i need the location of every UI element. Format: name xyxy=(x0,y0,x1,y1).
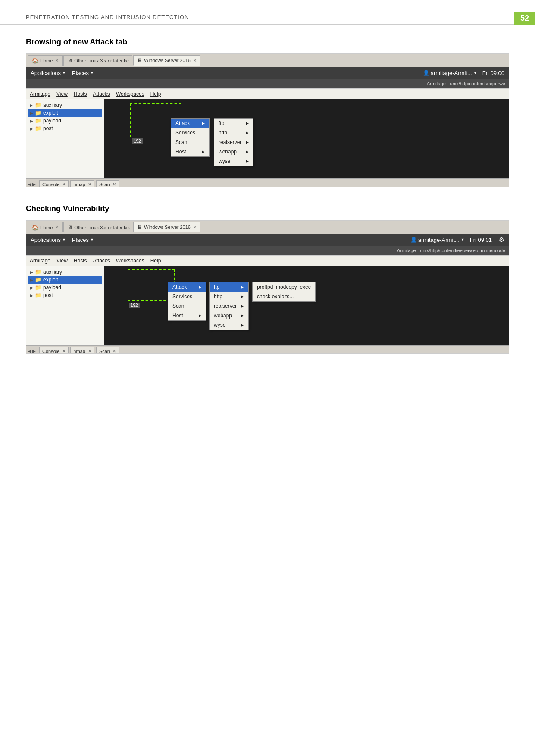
applications-menu-2[interactable]: Applications ▼ xyxy=(31,237,66,243)
user-indicator-1[interactable]: 👤 armitage-Armit... ▼ xyxy=(423,70,477,76)
context-menu-host-item-1[interactable]: Host ▶ xyxy=(171,147,209,156)
armitage-main-1: ▶ 📁 auxiliary ▶ 📁 exploit ▶ 📁 payload ▶ … xyxy=(26,99,509,178)
console-tab-close-1[interactable]: ✕ xyxy=(62,182,66,187)
tab-home-close-2[interactable]: ✕ xyxy=(55,225,59,230)
scroll-right-2[interactable]: ▶ xyxy=(32,349,36,353)
bottom-tab-console-2[interactable]: Console ✕ xyxy=(39,347,69,354)
tab-home-close-1[interactable]: ✕ xyxy=(55,58,59,63)
user-indicator-2[interactable]: 👤 armitage-Armit... ▼ xyxy=(410,237,465,243)
context-menu-services-item-1[interactable]: Services xyxy=(171,128,209,137)
menu-view-1[interactable]: View xyxy=(56,91,68,97)
context-menu-host-item-2[interactable]: Host ▶ xyxy=(168,311,206,320)
folder-icon-auxiliary-2: 📁 xyxy=(35,269,41,275)
tab-windows-close-2[interactable]: ✕ xyxy=(193,225,197,230)
tab-linux-2[interactable]: 🖥 Other Linux 3.x or later ke... ✕ xyxy=(63,222,132,232)
cm-wyse-2[interactable]: wyse ▶ xyxy=(210,320,248,330)
tree-panel-1: ▶ 📁 auxiliary ▶ 📁 exploit ▶ 📁 payload ▶ … xyxy=(26,99,104,178)
scroll-arrows-1: ◀ ▶ xyxy=(28,182,36,187)
context-menu-scan-item-2[interactable]: Scan xyxy=(168,301,206,311)
cm-ftp-2[interactable]: ftp ▶ xyxy=(210,282,248,292)
menu-help-2[interactable]: Help xyxy=(150,258,161,264)
tree-arrow-payload-1: ▶ xyxy=(30,119,33,123)
tree-item-payload-2[interactable]: ▶ 📁 payload xyxy=(28,284,102,291)
nmap-tab-close-2[interactable]: ✕ xyxy=(88,349,91,353)
menu-help-1[interactable]: Help xyxy=(150,91,161,97)
menu-view-2[interactable]: View xyxy=(56,258,68,264)
menu-hosts-2[interactable]: Hosts xyxy=(74,258,87,264)
tree-item-exploit-1[interactable]: ▶ 📁 exploit xyxy=(28,109,102,117)
bottom-tab-scan-2[interactable]: Scan ✕ xyxy=(96,347,119,354)
tree-item-post-2[interactable]: ▶ 📁 post xyxy=(28,291,102,299)
address-bar-text-2: Armitage - unix/http/contentkeeperweb_mi… xyxy=(397,248,505,253)
bottom-tab-nmap-1[interactable]: nmap ✕ xyxy=(70,180,94,187)
cm-realserver-1[interactable]: realserver ▶ xyxy=(214,137,253,147)
context-menu-attack-item-2[interactable]: Attack ▶ xyxy=(168,282,206,292)
gnome-topbar-1: Applications ▼ Places ▼ 👤 armitage-Armit… xyxy=(26,67,509,79)
scroll-right-1[interactable]: ▶ xyxy=(32,182,36,187)
menu-workspaces-1[interactable]: Workspaces xyxy=(116,91,144,97)
tree-item-auxiliary-1[interactable]: ▶ 📁 auxiliary xyxy=(28,101,102,109)
folder-icon-payload-2: 📁 xyxy=(35,284,41,291)
wyse-submenu-arrow-1: ▶ xyxy=(246,159,249,163)
menu-armitage-2[interactable]: Armitage xyxy=(30,258,50,264)
tab-home-1[interactable]: 🏠 Home ✕ xyxy=(28,55,63,66)
os-desktop-1: Applications ▼ Places ▼ 👤 armitage-Armit… xyxy=(26,67,509,187)
cm-wyse-1[interactable]: wyse ▶ xyxy=(214,156,253,166)
gnome-topbar-2: Applications ▼ Places ▼ 👤 armitage-Armit… xyxy=(26,234,509,246)
tree-item-auxiliary-2[interactable]: ▶ 📁 auxiliary xyxy=(28,268,102,276)
tree-item-payload-1[interactable]: ▶ 📁 payload xyxy=(28,117,102,125)
tree-label-auxiliary-2: auxiliary xyxy=(43,269,62,275)
cm-proftpd-2[interactable]: proftpd_modcopy_exec xyxy=(253,282,315,292)
tab-linux-label-2: Other Linux 3.x or later ke... xyxy=(74,225,132,230)
bottom-tab-nmap-2[interactable]: nmap ✕ xyxy=(70,347,94,354)
context-menu-attack-2: Attack ▶ Services Scan Host ▶ xyxy=(168,282,206,321)
places-menu-2[interactable]: Places ▼ xyxy=(72,237,94,243)
address-bar-text-1: Armitage - unix/http/contentkeeperwe xyxy=(427,81,505,86)
tab-linux-1[interactable]: 🖥 Other Linux 3.x or later ke... ✕ xyxy=(63,55,132,66)
browser-tabs-1: 🏠 Home ✕ 🖥 Other Linux 3.x or later ke..… xyxy=(26,54,509,67)
bottom-tab-scan-1[interactable]: Scan ✕ xyxy=(96,180,119,187)
bottom-tabbar-2: ◀ ▶ Console ✕ nmap ✕ Scan ✕ xyxy=(26,345,509,354)
tab-windows-1[interactable]: 🖥 Windows Server 2016 ✕ xyxy=(133,55,200,66)
menu-hosts-1[interactable]: Hosts xyxy=(74,91,87,97)
cm-webapp-2[interactable]: webapp ▶ xyxy=(210,311,248,320)
context-menu-attack-item-1[interactable]: Attack ▶ xyxy=(171,119,209,128)
cm-realserver-2[interactable]: realserver ▶ xyxy=(210,301,248,311)
settings-icon-2[interactable]: ⚙ xyxy=(497,236,504,243)
cm-webapp-1[interactable]: webapp ▶ xyxy=(214,147,253,156)
bottom-tab-console-1[interactable]: Console ✕ xyxy=(39,180,69,187)
nmap-tab-close-1[interactable]: ✕ xyxy=(88,182,91,187)
ip-label-2: 192 xyxy=(129,303,140,308)
tree-label-payload-2: payload xyxy=(43,284,61,291)
folder-icon-post-2: 📁 xyxy=(35,292,41,298)
tree-label-payload-1: payload xyxy=(43,118,61,124)
cm-http-2[interactable]: http ▶ xyxy=(210,292,248,301)
screenshot1: 🏠 Home ✕ 🖥 Other Linux 3.x or later ke..… xyxy=(26,53,509,187)
cm-http-1[interactable]: http ▶ xyxy=(214,128,253,137)
applications-menu-1[interactable]: Applications ▼ xyxy=(31,70,66,76)
page-number: 52 xyxy=(514,12,535,25)
cm-checkexploits-2[interactable]: check exploits... xyxy=(253,292,315,301)
tab-linux-label-1: Other Linux 3.x or later ke... xyxy=(74,58,132,63)
armitage-menubar-2: Armitage View Hosts Attacks Workspaces H… xyxy=(26,255,509,266)
console-tab-close-2[interactable]: ✕ xyxy=(62,349,66,353)
context-menu-services-item-2[interactable]: Services xyxy=(168,292,206,301)
tab-windows-2[interactable]: 🖥 Windows Server 2016 ✕ xyxy=(133,222,200,232)
tab-home-label-2: Home xyxy=(40,225,53,230)
cm-ftp-1[interactable]: ftp ▶ xyxy=(214,119,253,128)
tree-item-post-1[interactable]: ▶ 📁 post xyxy=(28,125,102,132)
context-menu-scan-item-1[interactable]: Scan xyxy=(171,137,209,147)
tab-windows-close-1[interactable]: ✕ xyxy=(193,58,197,63)
attack-submenu-arrow-2: ▶ xyxy=(199,285,202,289)
menu-attacks-2[interactable]: Attacks xyxy=(93,258,110,264)
scan-tab-close-1[interactable]: ✕ xyxy=(113,182,116,187)
menu-workspaces-2[interactable]: Workspaces xyxy=(116,258,144,264)
places-menu-1[interactable]: Places ▼ xyxy=(72,70,94,76)
scroll-left-2[interactable]: ◀ xyxy=(28,349,31,353)
menu-armitage-1[interactable]: Armitage xyxy=(30,91,50,97)
menu-attacks-1[interactable]: Attacks xyxy=(93,91,110,97)
scan-tab-close-2[interactable]: ✕ xyxy=(113,349,116,353)
tree-item-exploit-2[interactable]: ▶ 📁 exploit xyxy=(28,276,102,284)
tab-home-2[interactable]: 🏠 Home ✕ xyxy=(28,222,63,232)
scroll-left-1[interactable]: ◀ xyxy=(28,182,31,187)
